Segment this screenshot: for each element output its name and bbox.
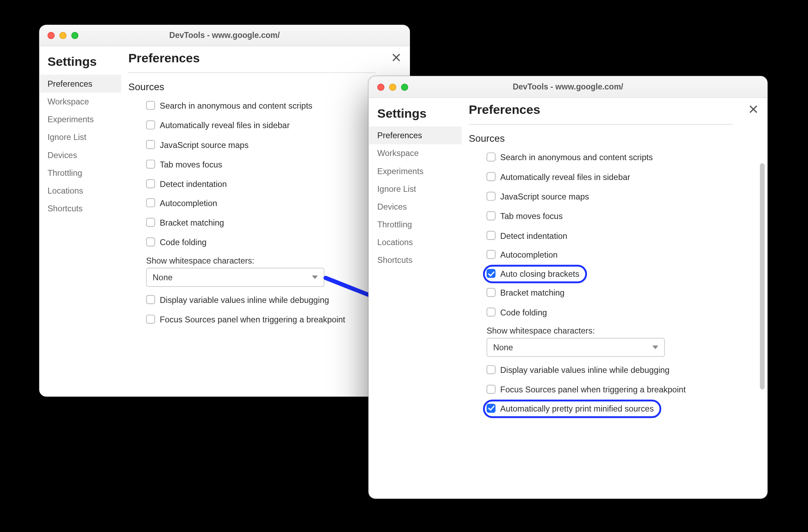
checkbox[interactable] — [487, 404, 496, 413]
option-search-in-anonymous-and-content-scripts[interactable]: Search in anonymous and content scripts — [487, 148, 756, 167]
sidebar-item-ignore-list[interactable]: Ignore List — [369, 180, 461, 198]
option-label: Bracket matching — [160, 218, 224, 229]
option-javascript-source-maps[interactable]: JavaScript source maps — [146, 135, 399, 155]
sidebar-item-ignore-list[interactable]: Ignore List — [39, 128, 121, 146]
option-bracket-matching[interactable]: Bracket matching — [146, 213, 399, 233]
checkbox[interactable] — [146, 179, 155, 188]
zoom-window-button[interactable] — [71, 32, 78, 39]
chevron-down-icon — [312, 276, 318, 279]
option-label: Tab moves focus — [160, 159, 222, 170]
option-automatically-reveal-files-in-sidebar[interactable]: Automatically reveal files in sidebar — [146, 116, 399, 135]
sidebar-item-locations[interactable]: Locations — [369, 233, 461, 251]
option-code-folding[interactable]: Code folding — [487, 303, 756, 322]
sidebar-item-workspace[interactable]: Workspace — [39, 93, 121, 110]
checkbox[interactable] — [146, 159, 155, 169]
preferences-heading: Preferences — [469, 103, 732, 125]
option-label: Autocompletion — [500, 250, 558, 261]
titlebar[interactable]: DevTools - www.google.com/ — [39, 25, 410, 46]
whitespace-select[interactable]: None — [487, 338, 665, 357]
option-automatically-reveal-files-in-sidebar[interactable]: Automatically reveal files in sidebar — [487, 167, 756, 187]
minimize-window-button[interactable] — [389, 83, 396, 90]
option-code-folding[interactable]: Code folding — [146, 233, 399, 252]
checkbox[interactable] — [146, 295, 155, 304]
option-tab-moves-focus[interactable]: Tab moves focus — [146, 155, 399, 174]
checkbox[interactable] — [146, 120, 155, 130]
option-label: Focus Sources panel when triggering a br… — [160, 314, 345, 325]
sidebar-item-preferences[interactable]: Preferences — [369, 126, 461, 144]
option-display-variable-values-inline-while-debugging[interactable]: Display variable values inline while deb… — [146, 290, 399, 310]
option-label: Code folding — [160, 237, 207, 248]
option-label: Automatically pretty print minified sour… — [500, 403, 654, 414]
titlebar[interactable]: DevTools - www.google.com/ — [369, 77, 767, 98]
whitespace-value: None — [153, 273, 172, 282]
checkbox[interactable] — [487, 288, 496, 297]
close-window-button[interactable] — [47, 32, 54, 39]
option-automatically-pretty-print-minified-sources[interactable]: Automatically pretty print minified sour… — [483, 400, 661, 418]
option-detect-indentation[interactable]: Detect indentation — [487, 226, 756, 245]
checkbox[interactable] — [146, 315, 155, 324]
settings-sidebar: Settings PreferencesWorkspaceExperiments… — [369, 98, 461, 498]
checkbox[interactable] — [487, 250, 496, 259]
sidebar-item-throttling[interactable]: Throttling — [39, 164, 121, 182]
option-label: Search in anonymous and content scripts — [160, 100, 312, 111]
whitespace-select[interactable]: None — [146, 268, 325, 287]
checkbox[interactable] — [487, 191, 496, 201]
scrollbar-track[interactable] — [760, 163, 765, 486]
sidebar-item-shortcuts[interactable]: Shortcuts — [39, 200, 121, 217]
option-label: Detect indentation — [160, 178, 227, 189]
chevron-down-icon — [652, 346, 658, 349]
checkbox[interactable] — [487, 231, 496, 240]
preferences-panel: Preferences Sources Search in anonymous … — [121, 46, 410, 397]
option-javascript-source-maps[interactable]: JavaScript source maps — [487, 187, 756, 206]
option-label: Code folding — [500, 307, 547, 318]
whitespace-value: None — [493, 343, 513, 352]
option-tab-moves-focus[interactable]: Tab moves focus — [487, 206, 756, 226]
checkbox[interactable] — [487, 308, 496, 317]
checkbox[interactable] — [487, 269, 496, 278]
preferences-heading: Preferences — [128, 51, 375, 73]
sidebar-item-locations[interactable]: Locations — [39, 182, 121, 200]
zoom-window-button[interactable] — [401, 83, 408, 90]
checkbox[interactable] — [146, 101, 155, 110]
sidebar-item-devices[interactable]: Devices — [369, 198, 461, 216]
checkbox[interactable] — [146, 198, 155, 208]
whitespace-label: Show whitespace characters: — [469, 326, 756, 335]
option-auto-closing-brackets[interactable]: Auto closing brackets — [483, 265, 587, 283]
sidebar-item-devices[interactable]: Devices — [39, 146, 121, 164]
sidebar-item-experiments[interactable]: Experiments — [39, 110, 121, 128]
option-autocompletion[interactable]: Autocompletion — [146, 194, 399, 213]
checkbox[interactable] — [487, 152, 496, 162]
option-autocompletion[interactable]: Autocompletion — [487, 245, 756, 265]
option-display-variable-values-inline-while-debugging[interactable]: Display variable values inline while deb… — [487, 360, 756, 380]
devtools-window-new: DevTools - www.google.com/ Settings Pref… — [368, 76, 768, 499]
preferences-panel: Preferences Sources Search in anonymous … — [461, 98, 767, 498]
checkbox[interactable] — [487, 172, 496, 181]
settings-sidebar: Settings PreferencesWorkspaceExperiments… — [39, 46, 121, 397]
option-focus-sources-panel-when-triggering-a-breakpoint[interactable]: Focus Sources panel when triggering a br… — [146, 310, 399, 329]
close-settings-icon[interactable] — [748, 104, 759, 115]
option-bracket-matching[interactable]: Bracket matching — [487, 283, 756, 303]
option-label: Auto closing brackets — [500, 268, 579, 280]
window-title: DevTools - www.google.com/ — [369, 83, 767, 92]
option-detect-indentation[interactable]: Detect indentation — [146, 174, 399, 194]
checkbox[interactable] — [487, 211, 496, 220]
checkbox[interactable] — [487, 385, 496, 394]
close-settings-icon[interactable] — [391, 52, 402, 63]
scrollbar-thumb[interactable] — [760, 163, 765, 390]
option-label: Focus Sources panel when triggering a br… — [500, 384, 685, 395]
sidebar-item-experiments[interactable]: Experiments — [369, 162, 461, 180]
checkbox[interactable] — [146, 238, 155, 247]
option-search-in-anonymous-and-content-scripts[interactable]: Search in anonymous and content scripts — [146, 96, 399, 116]
option-label: JavaScript source maps — [500, 191, 589, 202]
sidebar-item-throttling[interactable]: Throttling — [369, 216, 461, 233]
sidebar-item-workspace[interactable]: Workspace — [369, 144, 461, 162]
minimize-window-button[interactable] — [60, 32, 67, 39]
sidebar-item-shortcuts[interactable]: Shortcuts — [369, 251, 461, 269]
option-focus-sources-panel-when-triggering-a-breakpoint[interactable]: Focus Sources panel when triggering a br… — [487, 380, 756, 399]
sidebar-item-preferences[interactable]: Preferences — [39, 75, 121, 93]
checkbox[interactable] — [146, 218, 155, 227]
settings-heading: Settings — [39, 51, 121, 75]
close-window-button[interactable] — [377, 83, 384, 90]
checkbox[interactable] — [487, 365, 496, 374]
checkbox[interactable] — [146, 140, 155, 149]
